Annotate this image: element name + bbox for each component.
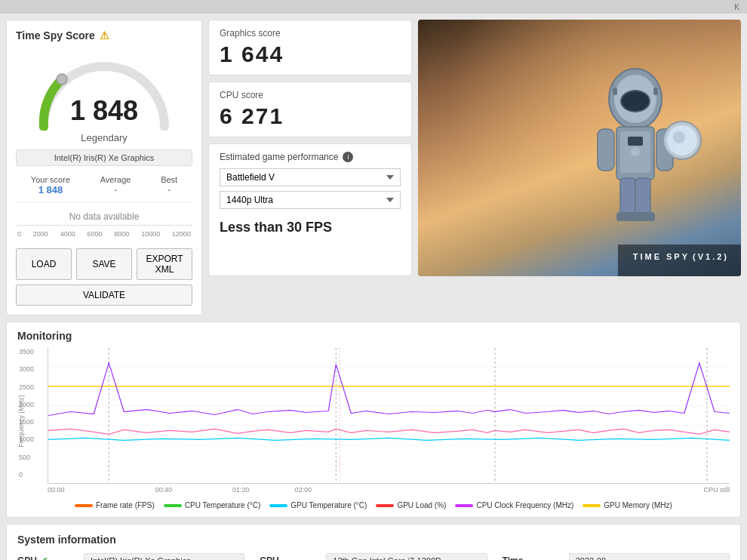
legend-gpu-load-label: GPU Load (%)	[397, 501, 446, 509]
quality-select[interactable]: 1440p Ultra 1440p High 1080p Ultra 1080p…	[220, 191, 401, 209]
image-panel: TIME SPY(V1.2)	[418, 20, 741, 276]
load-button[interactable]: LOAD	[16, 248, 72, 280]
sysinfo-gpu-key: GPU ✔	[17, 555, 78, 560]
chart-wrapper: 3500 3000 2500 2000 1500 1000 500 0 Freq…	[17, 348, 730, 509]
fps-result: Less than 30 FPS	[220, 220, 401, 235]
monitoring-panel: Monitoring 3500 3000 2500 2000 1500 1000…	[6, 322, 741, 518]
image-version: (V1.2)	[693, 252, 729, 261]
validate-button[interactable]: VALIDATE	[16, 285, 192, 306]
svg-rect-9	[628, 137, 643, 146]
legend-gpu-memory-color	[583, 504, 601, 507]
graphics-score-value: 1 644	[220, 42, 401, 67]
graphics-score-label: Graphics score	[220, 28, 401, 38]
best-item: Best -	[161, 175, 177, 195]
svg-rect-5	[613, 88, 617, 95]
best-label: Best	[161, 175, 177, 184]
score-panel-label: Time Spy Score	[16, 29, 95, 42]
average-label: Average	[100, 175, 131, 184]
legend-cpu-clock-label: CPU Clock Frequency (MHz)	[476, 501, 573, 509]
sysinfo-time-val: 2022-09	[569, 553, 730, 560]
legend-gpu-load: GPU Load (%)	[376, 501, 446, 509]
sysinfo-gpu-val: Intel(R) Iris(R) Xe Graphics	[84, 553, 244, 560]
sysinfo-cpu-row: CPU 12th Gen Intel Core i7-1280P	[260, 553, 487, 560]
score-panel: Time Spy Score ⚠ 1 848 Legendary Intel(R…	[6, 20, 202, 315]
svg-rect-17	[635, 178, 650, 216]
average-item: Average -	[100, 175, 131, 195]
svg-point-10	[631, 147, 640, 156]
legend-gpu-load-color	[376, 504, 394, 507]
sysinfo-time-row: Time 2022-09	[503, 553, 730, 560]
sysinfo-title: System information	[17, 534, 730, 546]
best-value: -	[161, 184, 177, 195]
score-divider	[16, 202, 192, 202]
x-axis-labels: 00:00 00:40 01:20 02:00 CPU still	[48, 486, 730, 494]
your-score-item: Your score 1 848	[31, 175, 70, 195]
action-buttons: LOAD SAVE EXPORT XML VALIDATE	[16, 248, 192, 306]
image-title: TIME SPY	[633, 252, 690, 261]
warning-icon: ⚠	[100, 29, 109, 42]
svg-rect-16	[620, 178, 635, 216]
character-svg	[567, 65, 703, 254]
legend-gpu-memory: GPU Memory (MHz)	[583, 501, 672, 509]
game-perf-box: Estimated game performance i Battlefield…	[208, 143, 412, 276]
image-panel-overlay: TIME SPY(V1.2)	[618, 245, 741, 276]
gauge-container: 1 848	[29, 48, 180, 131]
game-perf-title: Estimated game performance i	[220, 152, 401, 162]
game-perf-info-icon[interactable]: i	[343, 152, 353, 162]
average-value: -	[100, 184, 131, 195]
game-select[interactable]: Battlefield V Cyberpunk 2077 Shadow of t…	[220, 168, 401, 186]
scores-column: Graphics score 1 644 CPU score 6 271 Est…	[208, 20, 412, 276]
legend-cpu-temp-color	[164, 504, 182, 507]
top-section: Time Spy Score ⚠ 1 848 Legendary Intel(R…	[6, 20, 741, 315]
sysinfo-panel: System information GPU ✔ Intel(R) Iris(R…	[6, 524, 741, 560]
no-data-text: No data available	[16, 211, 192, 222]
your-score-value: 1 848	[31, 184, 70, 195]
sysinfo-cpu-key: CPU	[260, 555, 320, 560]
legend-cpu-clock-color	[455, 504, 473, 507]
legend-cpu-temp-label: CPU Temperature (°C)	[185, 501, 261, 509]
legend-gpu-memory-label: GPU Memory (MHz)	[604, 501, 672, 509]
y-axis-title: Frequency (MHz)	[17, 395, 25, 448]
svg-point-0	[57, 74, 67, 85]
chart-legend: Frame rate (FPS) CPU Temperature (°C) GP…	[48, 501, 730, 509]
legend-gpu-temp-color	[269, 504, 287, 507]
your-score-label: Your score	[31, 175, 70, 184]
chart-scale: 0 2000 4000 6000 8000 10000 12000	[16, 225, 192, 238]
legend-frame-rate-color	[75, 504, 93, 507]
legend-gpu-temp-label: GPU Temperature (°C)	[290, 501, 367, 509]
score-compare: Your score 1 848 Average - Best -	[16, 175, 192, 195]
action-row-1: LOAD SAVE EXPORT XML	[16, 248, 192, 280]
cpu-score-value: 6 271	[220, 103, 401, 129]
sysinfo-grid: GPU ✔ Intel(R) Iris(R) Xe Graphics CPU 1…	[17, 553, 730, 560]
scores-and-image: Graphics score 1 644 CPU score 6 271 Est…	[208, 20, 741, 276]
svg-point-15	[673, 131, 685, 143]
cpu-score-box: CPU score 6 271	[208, 82, 412, 137]
legend-cpu-clock: CPU Clock Frequency (MHz)	[455, 501, 573, 509]
main-content: Time Spy Score ⚠ 1 848 Legendary Intel(R…	[0, 14, 747, 560]
top-bar: K	[0, 0, 747, 14]
svg-rect-11	[598, 129, 614, 171]
cpu-score-label: CPU score	[220, 90, 401, 100]
monitoring-title: Monitoring	[17, 330, 730, 342]
sysinfo-cpu-val: 12th Gen Intel Core i7-1280P	[326, 553, 487, 560]
legend-frame-rate: Frame rate (FPS)	[75, 501, 155, 509]
right-column: Graphics score 1 644 CPU score 6 271 Est…	[208, 20, 741, 315]
sysinfo-gpu-row: GPU ✔ Intel(R) Iris(R) Xe Graphics	[17, 553, 244, 560]
gauge-number: 1 848	[70, 95, 138, 127]
legend-frame-rate-label: Frame rate (FPS)	[96, 501, 155, 509]
save-button[interactable]: SAVE	[76, 248, 132, 280]
svg-point-4	[622, 91, 649, 111]
chart-container: 3500 3000 2500 2000 1500 1000 500 0 Freq…	[48, 348, 730, 494]
score-panel-title: Time Spy Score ⚠	[16, 29, 192, 42]
sysinfo-time-key: Time	[503, 555, 563, 560]
graphics-score-box: Graphics score 1 644	[208, 20, 412, 75]
gpu-check-icon: ✔	[40, 555, 48, 560]
gpu-label: Intel(R) Iris(R) Xe Graphics	[16, 149, 192, 166]
top-bar-text: K	[734, 3, 739, 11]
svg-rect-19	[634, 212, 655, 221]
legend-cpu-temp: CPU Temperature (°C)	[164, 501, 261, 509]
monitoring-chart	[48, 348, 730, 484]
score-category: Legendary	[16, 132, 192, 143]
legend-gpu-temp: GPU Temperature (°C)	[269, 501, 367, 509]
export-xml-button[interactable]: EXPORT XML	[137, 248, 192, 280]
